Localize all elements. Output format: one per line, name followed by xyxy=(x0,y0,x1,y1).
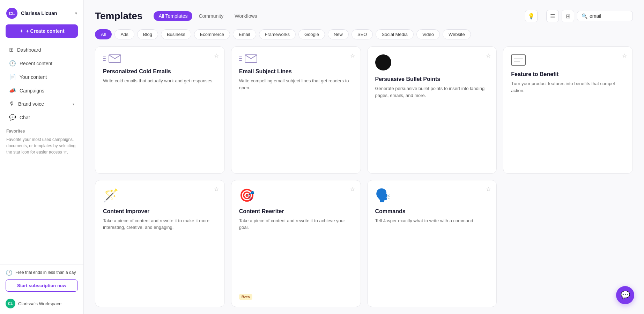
card-desc: Tell Jasper exactly what to write with a… xyxy=(375,217,489,300)
card-desc: Generate persuasive bullet points to ins… xyxy=(375,85,489,166)
sidebar-nav: ⊞ Dashboard 🕐 Recent content 📄 Your cont… xyxy=(0,43,83,264)
favorites-title: Favorites xyxy=(6,129,77,134)
card-title: Feature to Benefit xyxy=(511,71,625,77)
card-title: Content Rewriter xyxy=(239,208,353,215)
filter-business[interactable]: Business xyxy=(161,29,191,39)
user-menu[interactable]: CL Clarissa Licuan ▾ xyxy=(0,6,83,24)
sidebar-item-recent-content[interactable]: 🕐 Recent content xyxy=(3,57,81,70)
card-title: Content Improver xyxy=(103,208,217,215)
main-content: Templates All Templates Community Workfl… xyxy=(84,0,644,314)
filter-email[interactable]: Email xyxy=(233,29,256,39)
favorite-star-icon[interactable]: ☆ xyxy=(350,186,355,193)
filter-ecommerce[interactable]: Ecommerce xyxy=(194,29,230,39)
favorite-star-icon[interactable]: ☆ xyxy=(350,52,355,59)
filter-row: All Ads Blog Business Ecommerce Email Fr… xyxy=(95,29,633,39)
chevron-down-icon: ▾ xyxy=(75,11,77,16)
create-content-button[interactable]: ＋ + Create content xyxy=(6,24,78,38)
lightbulb-button[interactable]: 💡 xyxy=(525,10,538,22)
avatar: CL xyxy=(6,8,17,19)
beta-badge: Beta xyxy=(239,294,252,300)
filter-blog[interactable]: Blog xyxy=(137,29,158,39)
favorites-hint: Favorite your most used campaigns, docum… xyxy=(6,136,77,155)
start-subscription-button[interactable]: Start subscription now xyxy=(6,279,78,292)
sidebar-item-chat[interactable]: 💬 Chat xyxy=(3,111,81,124)
sidebar-item-dashboard[interactable]: ⊞ Dashboard xyxy=(3,43,81,56)
favorite-star-icon[interactable]: ☆ xyxy=(622,52,627,59)
search-icon: 🔍 xyxy=(582,13,587,19)
list-view-button[interactable]: ☰ xyxy=(546,10,559,22)
card-title: Persuasive Bullet Points xyxy=(375,76,489,82)
card-title: Email Subject Lines xyxy=(239,68,353,75)
page-title: Templates xyxy=(95,10,142,22)
lightbulb-icon: 💡 xyxy=(528,13,535,20)
main-header: Templates All Templates Community Workfl… xyxy=(95,10,633,22)
tab-workflows[interactable]: Workflows xyxy=(230,11,262,21)
card-icon-wand: 🪄 xyxy=(103,188,217,203)
mic-icon: 🎙 xyxy=(9,101,15,107)
card-desc: Take a piece of content and rewrite it t… xyxy=(103,217,217,300)
header-tabs: All Templates Community Workflows xyxy=(154,11,525,21)
filter-social-media[interactable]: Social Media xyxy=(376,29,413,39)
filter-new[interactable]: New xyxy=(328,29,349,39)
card-desc: Take a piece of content and rewrite it t… xyxy=(239,217,353,291)
favorite-star-icon[interactable]: ☆ xyxy=(486,52,491,59)
search-box: 🔍 xyxy=(577,11,633,21)
trial-text: Free trial ends in less than a day xyxy=(15,270,76,276)
card-desc: Turn your product features into benefits… xyxy=(511,80,625,166)
card-desc: Write cold emails that actually work and… xyxy=(103,77,217,166)
card-icon-rect xyxy=(511,54,625,66)
campaign-icon: 📣 xyxy=(9,87,16,94)
template-card-content-rewriter[interactable]: ☆ 🎯 Content Rewriter Take a piece of con… xyxy=(231,180,361,307)
filter-seo[interactable]: SEO xyxy=(351,29,373,39)
sidebar-item-brand-voice[interactable]: 🎙 Brand voice ▾ xyxy=(3,98,81,110)
filter-all[interactable]: All xyxy=(95,29,112,39)
filter-frameworks[interactable]: Frameworks xyxy=(259,29,296,39)
grid-icon: ⊞ xyxy=(566,13,570,20)
tab-community[interactable]: Community xyxy=(194,11,228,21)
sidebar: CL Clarissa Licuan ▾ ＋ + Create content … xyxy=(0,0,84,314)
card-icon-email xyxy=(103,54,217,63)
grid-view-button[interactable]: ⊞ xyxy=(562,10,574,22)
tab-all-templates[interactable]: All Templates xyxy=(154,11,192,21)
template-card-email-subject-lines[interactable]: ☆ Email Subject Lines Write compelling e… xyxy=(231,46,361,174)
divider xyxy=(542,12,542,20)
template-card-personalized-cold-emails[interactable]: ☆ Personalized Cold Emails Write cold em… xyxy=(95,46,225,174)
workspace-name: Clarissa's Workspace xyxy=(18,301,61,306)
template-card-commands[interactable]: ☆ 🗣️ Commands Tell Jasper exactly what t… xyxy=(367,180,497,307)
filter-video[interactable]: Video xyxy=(416,29,440,39)
workspace-avatar: CL xyxy=(6,299,15,308)
filter-website[interactable]: Website xyxy=(443,29,471,39)
card-icon-chat: 🗣️ xyxy=(375,188,489,203)
trial-info: 🕐 Free trial ends in less than a day xyxy=(6,269,78,276)
workspace-row[interactable]: CL Clarissa's Workspace xyxy=(0,295,83,308)
card-icon-target: 🎯 xyxy=(239,188,353,203)
card-icon-circle xyxy=(375,54,489,70)
template-card-content-improver[interactable]: ☆ 🪄 Content Improver Take a piece of con… xyxy=(95,180,225,307)
clock-icon: 🕐 xyxy=(9,60,16,67)
sidebar-item-your-content[interactable]: 📄 Your content xyxy=(3,70,81,83)
filter-ads[interactable]: Ads xyxy=(114,29,134,39)
favorite-star-icon[interactable]: ☆ xyxy=(486,186,491,193)
template-card-persuasive-bullet-points[interactable]: ☆ Persuasive Bullet Points Generate pers… xyxy=(367,46,497,174)
username: Clarissa Licuan xyxy=(21,10,72,16)
trial-clock-icon: 🕐 xyxy=(6,269,13,276)
document-icon: 📄 xyxy=(9,74,16,80)
sidebar-item-campaigns[interactable]: 📣 Campaigns xyxy=(3,84,81,97)
card-icon-email2 xyxy=(239,54,353,63)
chevron-right-icon: ▾ xyxy=(73,102,74,106)
templates-grid: ☆ Personalized Cold Emails Write cold em… xyxy=(95,46,633,307)
card-desc: Write compelling email subject lines tha… xyxy=(239,77,353,166)
chat-bubble-button[interactable]: 💬 xyxy=(616,286,634,304)
chat-icon: 💬 xyxy=(9,114,16,121)
filter-google[interactable]: Google xyxy=(298,29,325,39)
template-card-feature-to-benefit[interactable]: ☆ Feature to Benefit Turn your product f… xyxy=(503,46,633,174)
plus-icon: ＋ xyxy=(19,28,24,34)
chat-bubble-icon: 💬 xyxy=(621,291,630,300)
list-icon: ☰ xyxy=(550,13,555,20)
search-input[interactable] xyxy=(590,13,624,19)
favorite-star-icon[interactable]: ☆ xyxy=(214,186,219,193)
favorite-star-icon[interactable]: ☆ xyxy=(214,52,219,59)
card-title: Personalized Cold Emails xyxy=(103,68,217,75)
sidebar-footer: 🕐 Free trial ends in less than a day Sta… xyxy=(0,264,83,295)
grid-icon: ⊞ xyxy=(9,46,14,53)
